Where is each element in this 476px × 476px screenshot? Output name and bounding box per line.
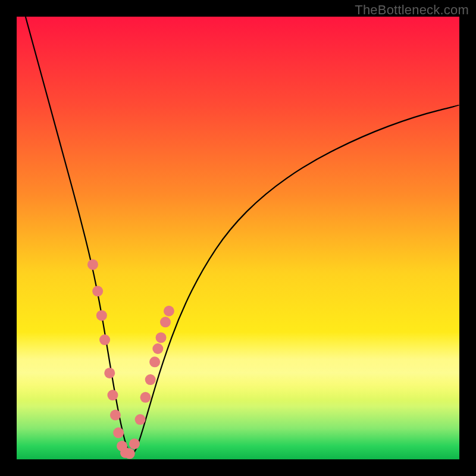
data-point	[110, 410, 121, 421]
data-point	[99, 334, 110, 345]
scatter-points	[87, 259, 174, 459]
data-point	[149, 356, 160, 367]
data-point	[87, 259, 98, 270]
chart-svg	[17, 17, 459, 459]
data-point	[145, 374, 156, 385]
data-point	[129, 439, 140, 449]
data-point	[164, 306, 174, 317]
data-point	[113, 427, 124, 438]
data-point	[156, 332, 167, 343]
watermark-text: TheBottleneck.com	[355, 2, 469, 18]
data-point	[135, 414, 146, 425]
bottleneck-curve	[26, 17, 459, 453]
data-point	[92, 286, 103, 296]
chart-area	[17, 17, 459, 459]
data-point	[107, 390, 118, 400]
data-point	[104, 368, 115, 378]
data-point	[96, 310, 107, 321]
data-point	[152, 343, 163, 354]
data-point	[140, 392, 151, 403]
data-point	[124, 448, 135, 459]
data-point	[160, 317, 171, 327]
